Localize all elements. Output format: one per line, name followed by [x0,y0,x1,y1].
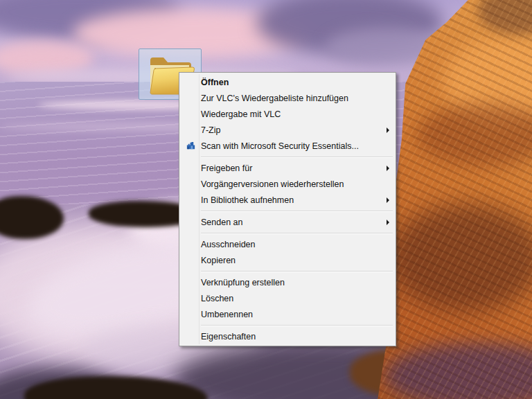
menu-item-eigenschaften[interactable]: Eigenschaften [181,328,394,344]
menu-item-vlc-play[interactable]: Wiedergabe mit VLC [181,106,394,122]
menu-item-label: Freigeben für [200,163,252,173]
cloud [326,28,450,66]
menu-item-vlc-playlist-add[interactable]: Zur VLC's Wiedergabeliste hinzufügen [181,90,394,106]
menu-item-7zip[interactable]: 7-Zip [181,122,394,138]
menu-item-oeffnen[interactable]: Öffnen [181,74,394,90]
menu-item-label: Löschen [200,294,233,303]
menu-item-mse-scan[interactable]: Scan with Microsoft Security Essentials.… [181,138,394,154]
menu-separator [201,211,393,211]
context-menu: ÖffnenZur VLC's Wiedergabeliste hinzufüg… [179,72,396,346]
menu-item-label: In Bibliothek aufnehmen [200,195,294,205]
menu-item-label: Wiedergabe mit VLC [200,109,281,119]
cliff-shadow [478,0,532,35]
menu-item-kopieren[interactable]: Kopieren [181,252,394,268]
desktop[interactable]: ÖffnenZur VLC's Wiedergabeliste hinzufüg… [0,0,532,399]
mse-shield-icon [181,141,200,151]
menu-separator [201,233,393,233]
menu-item-loeschen[interactable]: Löschen [181,290,394,306]
submenu-arrow-icon [387,197,389,203]
menu-item-label: Eigenschaften [200,332,256,342]
menu-item-label: Öffnen [200,78,229,87]
rock [0,196,64,239]
menu-item-senden-an[interactable]: Senden an [181,214,394,230]
menu-item-label: Zur VLC's Wiedergabeliste hinzufügen [200,94,348,103]
cloud [0,40,94,76]
menu-item-ausschneiden[interactable]: Ausschneiden [181,236,394,252]
submenu-arrow-icon [387,220,389,225]
menu-item-label: Senden an [200,218,242,227]
menu-item-vorgaengerversionen[interactable]: Vorgängerversionen wiederherstellen [181,176,394,192]
menu-separator [201,157,393,157]
menu-item-label: Scan with Microsoft Security Essentials.… [200,141,359,151]
menu-item-label: Umbenennen [200,310,253,319]
menu-item-label: 7-Zip [200,125,220,135]
cliff-shadow [416,104,532,166]
menu-item-umbenennen[interactable]: Umbenennen [181,306,394,322]
rock [24,376,208,399]
rock [412,294,532,399]
menu-item-in-bibliothek-aufnehmen[interactable]: In Bibliothek aufnehmen [181,192,394,208]
menu-item-verknuepfung-erstellen[interactable]: Verknüpfung erstellen [181,274,394,290]
cliff-highlight [443,38,532,125]
cloud [256,0,443,55]
menu-separator [201,271,393,272]
menu-item-label: Kopieren [200,256,236,265]
menu-item-label: Vorgängerversionen wiederherstellen [200,179,344,189]
submenu-arrow-icon [387,127,389,133]
menu-item-freigeben-fuer[interactable]: Freigeben für [181,160,394,176]
menu-separator [201,325,393,326]
menu-item-label: Ausschneiden [200,240,256,249]
cloud [0,0,180,42]
menu-item-label: Verknüpfung erstellen [200,278,285,287]
submenu-arrow-icon [387,166,389,171]
